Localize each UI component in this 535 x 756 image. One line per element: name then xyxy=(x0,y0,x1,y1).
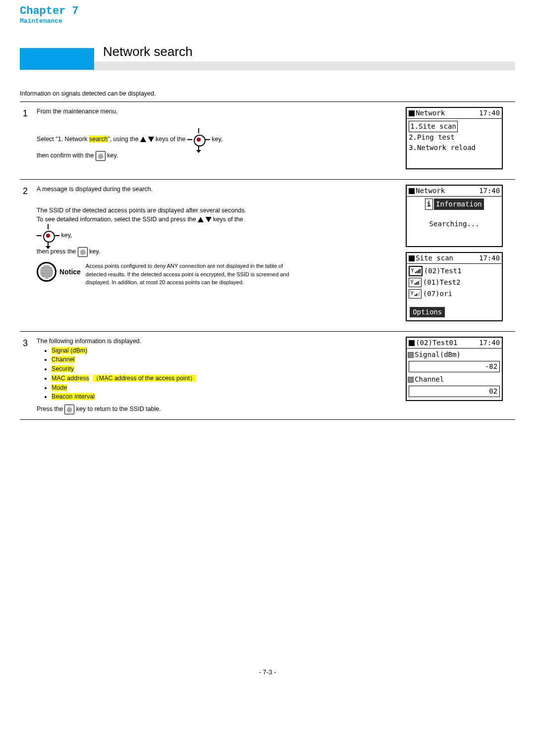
list-item: Mode xyxy=(52,383,400,393)
step-row-2: 2 A message is displayed during the sear… xyxy=(20,179,515,331)
confirm-key-icon: ◎ xyxy=(78,247,88,257)
chapter-title: Chapter 7 xyxy=(20,5,79,17)
p1-time: 17:40 xyxy=(479,108,500,118)
step-desc-1: From the maintenance menu, Select "1. Ne… xyxy=(34,101,403,179)
page-header: Chapter 7 Maintenance Network search xyxy=(20,0,515,74)
step-row-1: 1 From the maintenance menu, Select "1. … xyxy=(20,101,515,179)
list-item: MAC address （MAC address of the access p… xyxy=(52,374,400,383)
s3-b3: Security xyxy=(52,365,74,372)
s3-b2: Channel xyxy=(52,356,75,363)
panel-test-detail: (02)Test01 17:40 Signal(dBm) -82 Channel… xyxy=(406,337,503,401)
p4-title: (02)Test01 xyxy=(416,339,457,347)
confirm-key-icon: ◎ xyxy=(64,404,74,414)
p3-title: Site scan xyxy=(416,254,453,262)
p4-sig-label: Signal(dBm) xyxy=(415,351,461,358)
step-number-2: 2 xyxy=(20,179,34,331)
steps-table: 1 From the maintenance menu, Select "1. … xyxy=(20,101,515,420)
s3-line2a: Press the xyxy=(37,405,64,412)
panel-square-icon xyxy=(409,110,415,116)
panel-square-icon xyxy=(409,340,415,346)
s2-line3a: To see detailed information, select the … xyxy=(37,216,198,223)
notice-block: Notice Access points configured to deny … xyxy=(37,262,400,287)
joystick-icon xyxy=(37,224,59,247)
panel-searching: Network 17:40 iInformation Searching... xyxy=(406,185,503,247)
p4-sig-value: -82 xyxy=(409,361,500,372)
s2-line1: A message is displayed during the search… xyxy=(37,185,400,194)
triangle-up-icon xyxy=(198,217,204,222)
s1-line2c: ", using the xyxy=(107,136,140,143)
antenna-icon: Y xyxy=(410,278,414,287)
s3-b6: Beacon Interval xyxy=(52,393,95,400)
page-footer: - 7-3 - xyxy=(20,667,515,677)
chapter-tab: Chapter 7 Maintenance xyxy=(20,5,79,25)
s2-line5a: then press the xyxy=(37,248,78,255)
intro-text: Information on signals detected can be d… xyxy=(20,89,515,99)
signal-bars-icon xyxy=(415,291,420,296)
p3-r3: (07)ori xyxy=(423,289,452,299)
p4-ch-value: 02 xyxy=(409,386,500,397)
p2-time: 17:40 xyxy=(479,186,500,196)
p1-item3: 3.Network reload xyxy=(409,144,476,151)
triangle-up-icon xyxy=(140,137,146,142)
s3-b1: Signal (dBm) xyxy=(52,347,87,354)
banner-blue-block xyxy=(20,48,94,70)
s1-line2a: Select "1. Network xyxy=(37,136,89,143)
list-item: Signal (dBm) xyxy=(52,346,400,355)
s1-line3b: key. xyxy=(107,152,118,159)
s3-b5: Mode xyxy=(52,384,67,391)
s2-line4: key, xyxy=(61,232,72,239)
s1-line1: From the maintenance menu, xyxy=(37,107,400,116)
notice-text: Access points configured to deny ANY con… xyxy=(86,262,294,287)
signal-bars-icon xyxy=(415,280,420,285)
notice-label: Notice xyxy=(59,267,81,277)
signal-bars-icon xyxy=(415,268,421,273)
s2-line2: The SSID of the detected access points a… xyxy=(37,206,400,215)
p1-title: Network xyxy=(416,109,445,117)
panel-network-menu: Network 17:40 1.Site scan 2.Ping test 3.… xyxy=(406,107,503,169)
s1-line2d: keys of the xyxy=(156,136,187,143)
list-item: Beacon Interval xyxy=(52,392,400,402)
notice-icon xyxy=(37,262,56,282)
joystick-icon xyxy=(187,128,210,151)
panel-square-icon xyxy=(409,188,415,194)
triangle-down-icon xyxy=(148,137,154,142)
banner-title-container: Network search xyxy=(94,41,515,61)
p4-ch-label: Channel xyxy=(415,375,444,383)
p4-time: 17:40 xyxy=(479,338,500,348)
antenna-icon: Y xyxy=(410,290,414,298)
list-item: Security xyxy=(52,364,400,374)
p3-options: Options xyxy=(410,307,445,317)
s1-line2e: key, xyxy=(212,136,222,143)
p1-item2: 2.Ping test xyxy=(409,133,455,141)
antenna-icon: Y xyxy=(411,267,414,275)
chapter-subtitle: Maintenance xyxy=(20,17,79,25)
p3-r2: (01)Test2 xyxy=(423,277,461,288)
s3-b4b: （MAC address of the access point） xyxy=(93,375,196,382)
p2-searching: Searching... xyxy=(409,219,500,229)
step-number-3: 3 xyxy=(20,331,34,419)
p2-info-label: Information xyxy=(434,199,484,210)
confirm-key-icon: ◎ xyxy=(96,151,106,161)
banner-grey-block xyxy=(94,61,515,70)
info-icon: i xyxy=(425,199,433,210)
p2-title: Network xyxy=(416,187,445,195)
step-desc-2: A message is displayed during the search… xyxy=(34,179,403,331)
panel-site-scan: Site scan 17:40 Y(02)Test1 Y(01)Test2 Y(… xyxy=(406,252,503,321)
list-item: Channel xyxy=(52,355,400,364)
panel-square-grey-icon xyxy=(408,352,414,358)
panel-square-grey-icon xyxy=(408,377,414,383)
s2-line3b: keys of the xyxy=(213,216,243,223)
s3-line2b: key to return to the SSID table. xyxy=(76,405,161,412)
step-row-3: 3 The following information is displayed… xyxy=(20,331,515,419)
s1-line3a: then confirm with the xyxy=(37,152,96,159)
p1-item1: 1.Site scan xyxy=(409,121,458,132)
triangle-down-icon xyxy=(206,217,212,222)
panel-square-icon xyxy=(409,255,415,261)
step-desc-3: The following information is displayed. … xyxy=(34,331,403,419)
step-number-1: 1 xyxy=(20,101,34,179)
s1-search-hl: search xyxy=(89,136,108,143)
page-title: Network search xyxy=(103,44,193,59)
s3-b4a: MAC address xyxy=(52,375,89,382)
p3-r1: (02)Test1 xyxy=(424,266,462,276)
p3-time: 17:40 xyxy=(479,253,500,263)
